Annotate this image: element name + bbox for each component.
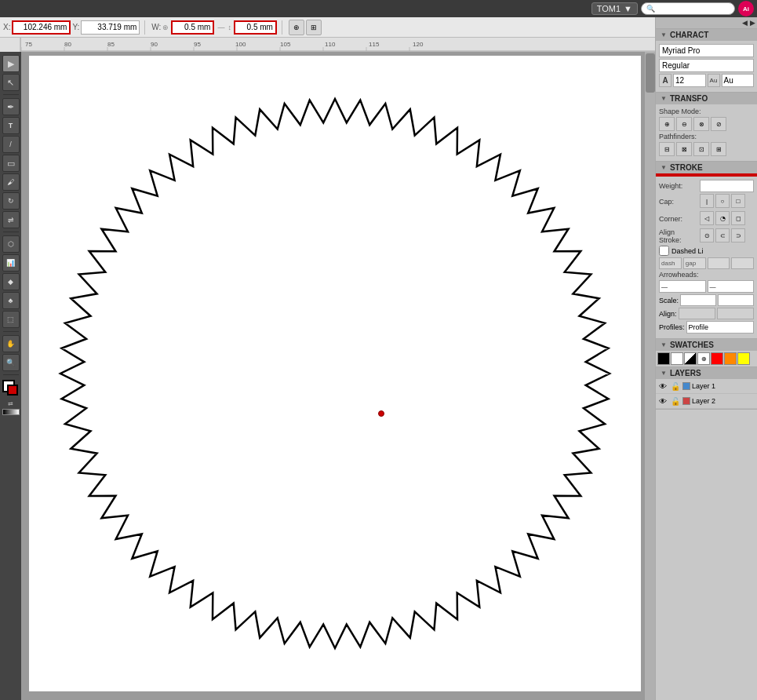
user-dropdown[interactable]: TOM1 ▼ [591,2,638,15]
tool-rect[interactable]: ▭ [2,155,20,172]
scale-input2[interactable] [718,294,754,306]
svg-text:90: 90 [151,41,158,48]
corner-bevel[interactable]: ◻ [731,211,745,225]
stroke-fill-toggle[interactable]: ⇄ [8,400,13,407]
tool-column[interactable]: ♣ [2,292,20,309]
panel-collapse-left[interactable]: ◀ [742,19,748,27]
align-btn1[interactable] [679,308,715,319]
scrollbar-thumb[interactable] [646,53,655,93]
font-style-field[interactable]: Regular [659,59,754,72]
panel-collapse-right[interactable]: ▶ [750,19,755,27]
swatch-item[interactable] [684,352,697,365]
toolbar: X: Y: W: ⊕ — ↕ ⊕ ⊞ [0,17,757,38]
pathfinder-exclude[interactable]: ⊘ [711,117,726,131]
swatch-item[interactable] [657,352,670,365]
pathfinder-merge[interactable]: ⊡ [693,142,709,156]
layer-2-lock[interactable]: 🔓 [670,396,681,407]
tool-separator-1 [3,94,19,95]
tool-warp[interactable]: ⬡ [2,235,20,253]
dash-field[interactable]: dash [659,257,682,269]
character-title: CHARACT [670,31,708,39]
x-input[interactable] [12,20,71,35]
svg-text:85: 85 [107,41,115,48]
h-input[interactable] [234,20,277,35]
y-input[interactable] [81,20,140,35]
swatch-registration[interactable]: ⊕ [697,352,710,365]
align-icon-btn[interactable]: ⊞ [306,20,322,35]
tool-symbol[interactable]: ◆ [2,273,20,290]
stroke-corner-row: Corner: ◁ ◔ ◻ [659,211,754,227]
pathfinder-divide[interactable]: ⊟ [659,142,675,156]
swatch-item[interactable] [724,352,737,365]
gap-field[interactable]: gap [683,257,706,269]
profiles-dropdown[interactable]: Profile [686,321,754,334]
layer-2-color [682,397,690,405]
transform-panel-header[interactable]: ▼ TRANSFO [656,93,757,104]
tool-direct-select[interactable]: ↖ [2,74,20,91]
w-input[interactable] [171,20,214,35]
swatch-item[interactable] [671,352,683,365]
dash2-field[interactable] [708,257,730,269]
svg-text:120: 120 [413,41,424,48]
layer-1-visibility[interactable]: 👁 [657,381,668,392]
cap-butt[interactable]: | [700,194,714,208]
transform-panel-content: Shape Mode: ⊕ ⊖ ⊗ ⊘ Pathfinders: ⊟ ⊠ ⊡ ⊞ [656,104,757,161]
character-panel-header[interactable]: ▼ CHARACT [656,29,757,41]
swatch-item[interactable] [737,352,750,365]
pathfinder-intersect[interactable]: ⊗ [693,117,709,131]
cs-icon-button[interactable]: Ai [738,1,754,16]
layer-2-visibility[interactable]: 👁 [657,396,668,407]
tool-hand[interactable]: ✋ [2,335,20,352]
tool-paintbrush[interactable]: 🖌 [2,173,20,191]
tool-artboard[interactable]: ⬚ [2,311,20,328]
tool-reflect[interactable]: ⇌ [2,211,20,228]
corner-miter[interactable]: ◁ [700,211,714,225]
weight-value[interactable] [700,180,754,192]
align-outside[interactable]: ⊃ [731,228,745,242]
shape-mode-row: Shape Mode: [659,108,754,115]
stroke-panel-header[interactable]: ▼ STROKE [656,162,757,173]
cap-square[interactable]: □ [731,194,745,208]
tool-rotate[interactable]: ↻ [2,192,20,210]
transform-icon-btn[interactable]: ⊕ [289,20,304,35]
layers-panel-header[interactable]: ▼ LAYERS [656,367,757,379]
gap2-field[interactable] [731,257,754,269]
tool-pen[interactable]: ✒ [2,98,20,115]
dashed-checkbox[interactable] [659,246,669,256]
tool-select[interactable]: ▶ [2,55,20,72]
arrowhead-end[interactable]: — [708,280,755,293]
swatch-item[interactable] [711,352,723,365]
svg-text:80: 80 [64,41,71,48]
font-name-field[interactable]: Myriad Pro [659,44,754,57]
pathfinder-minus[interactable]: ⊖ [676,117,692,131]
cap-round[interactable]: ○ [715,194,730,208]
swatches-collapse-arrow: ▼ [661,341,667,348]
scale-input[interactable] [680,294,716,306]
pathfinder-crop[interactable]: ⊞ [711,142,726,156]
tool-type[interactable]: T [2,117,20,134]
align-inside[interactable]: ⊂ [715,228,730,242]
align-center[interactable]: ⊙ [700,228,714,242]
dashed-line-row: Dashed Li [659,246,754,256]
canvas-area[interactable]: (function() { const cx = 390, cy = 405; … [21,52,655,700]
tool-line[interactable]: / [2,136,20,153]
profiles-value: Profile [689,323,709,331]
vertical-scrollbar[interactable] [644,52,655,700]
layer-1-lock[interactable]: 🔓 [670,381,681,392]
swatches-panel-header[interactable]: ▼ SWATCHES [656,339,757,351]
color-mode-btn[interactable] [2,409,20,415]
arrowhead-start[interactable]: — [659,280,706,293]
search-input[interactable] [655,5,726,13]
align-btn2[interactable] [717,308,754,319]
stroke-cap-row: Cap: | ○ □ [659,194,754,210]
fill-stroke-indicator [2,380,20,397]
corner-round[interactable]: ◔ [715,211,730,225]
ruler-horizontal: 75 80 85 90 95 100 105 110 115 120 [21,38,757,52]
tool-zoom[interactable]: 🔍 [2,354,20,371]
leading-input[interactable]: Au [722,74,755,87]
font-size-input[interactable]: 12 [673,74,706,87]
w-label: W: [151,23,161,31]
tool-graph[interactable]: 📊 [2,254,20,272]
pathfinder-unite[interactable]: ⊕ [659,117,675,131]
pathfinder-trim[interactable]: ⊠ [676,142,692,156]
